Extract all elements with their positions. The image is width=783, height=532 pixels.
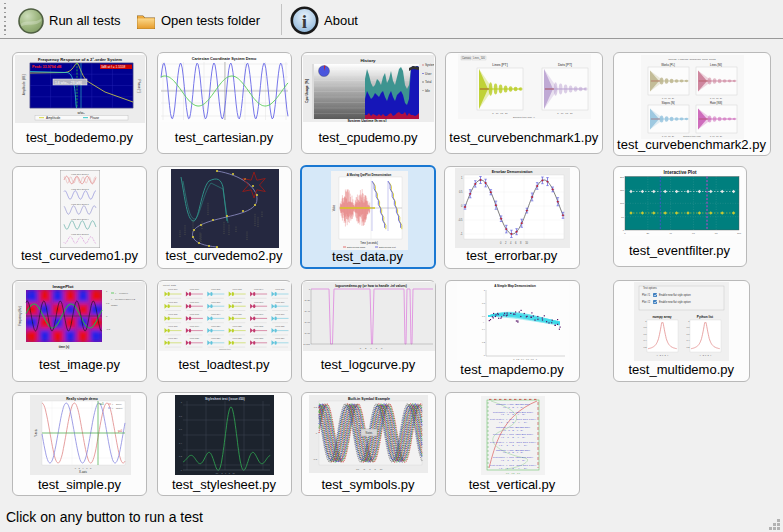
svg-text:Y-axis: Y-axis <box>34 428 38 436</box>
svg-text:Layout Tests: Layout Tests <box>163 284 177 286</box>
svg-text:y = cos(x): y = cos(x) <box>112 407 123 410</box>
svg-text:Stylesheet test (issue #50): Stylesheet test (issue #50) <box>205 397 245 401</box>
svg-text:y = 8*y*sin(x)*sin(y)**2: y = 8*y*sin(x)*sin(y)**2 <box>111 298 136 301</box>
svg-text:1e-100: 1e-100 <box>303 343 311 345</box>
svg-text:Errorbar Demonstration: Errorbar Demonstration <box>491 170 532 174</box>
svg-text:1e-80: 1e-80 <box>304 332 310 334</box>
svg-text:5 10 15 20: 5 10 15 20 <box>710 97 723 99</box>
svg-text:Lines [210]: Lines [210] <box>253 300 263 302</box>
svg-text:1e-20: 1e-20 <box>304 299 310 301</box>
svg-text:Lines [NI]: Lines [NI] <box>710 63 722 67</box>
svg-text:Lines [212]: Lines [212] <box>168 312 178 314</box>
svg-text:y = |x|*sin(x): y = |x|*sin(x) <box>115 292 128 295</box>
svg-text:Lines [224]: Lines [224] <box>168 337 178 339</box>
svg-text:200: 200 <box>620 176 625 179</box>
svg-text:Lines [218]: Lines [218] <box>168 325 178 327</box>
svg-text:Lines [217]: Lines [217] <box>275 312 285 314</box>
svg-text:150: 150 <box>620 189 625 192</box>
svg-text:[0, 1, 2, 4, 8]: [0, 1, 2, 4, 8] <box>501 459 525 462</box>
svg-text:Really simple demo: Really simple demo <box>66 397 98 401</box>
svg-text:Lines [223]: Lines [223] <box>275 325 285 327</box>
svg-text:[0, 1, 2, 4, 8]: [0, 1, 2, 4, 8] <box>499 421 527 424</box>
svg-text:Lines [209]: Lines [209] <box>232 300 242 302</box>
svg-text:Canvas: Canvas <box>462 56 471 60</box>
svg-text:Idle: Idle <box>425 88 430 92</box>
svg-text:Phase [°]: Phase [°] <box>137 79 141 92</box>
svg-text:x=5: x=5 <box>99 402 104 406</box>
svg-text:0 2 4 6 8: 0 2 4 6 8 <box>359 347 382 350</box>
svg-text:Lines [PT]: Lines [PT] <box>492 63 507 67</box>
svg-text:100: 100 <box>737 232 742 235</box>
svg-text:Peak: 33.9794 dB: Peak: 33.9794 dB <box>32 65 62 69</box>
svg-text:A Moving QwtPlot Demonstration: A Moving QwtPlot Demonstration <box>347 173 392 177</box>
svg-text:History: History <box>360 57 376 62</box>
svg-text:Lines [200]: Lines [200] <box>168 288 178 290</box>
svg-text:1e-40: 1e-40 <box>304 310 310 312</box>
svg-text:Value: Value <box>332 204 336 211</box>
svg-text:X-axis: X-axis <box>79 470 87 474</box>
svg-text:[0, 1, 2, 4, 8]: [0, 1, 2, 4, 8] <box>501 436 525 439</box>
svg-text:Time [seconds]: Time [seconds] <box>360 241 378 245</box>
svg-text:Lines [222]: Lines [222] <box>253 325 263 327</box>
svg-text:User: User <box>425 71 432 75</box>
svg-text:Amplitude [dB]: Amplitude [dB] <box>22 74 26 95</box>
svg-text:[0, 1, 2, 4, 8]: [0, 1, 2, 4, 8] <box>499 467 527 470</box>
svg-text:Lines [214]: Lines [214] <box>211 312 221 314</box>
svg-text:Elapsed time [ms] →: Elapsed time [ms] → <box>513 116 535 119</box>
svg-text:[0, 1, 2, 4, 8]: [0, 1, 2, 4, 8] <box>499 444 527 447</box>
svg-text:5 10 15 20: 5 10 15 20 <box>492 112 508 115</box>
svg-text:Lines [220]: Lines [220] <box>211 325 221 327</box>
svg-text:Rate [NS]: Rate [NS] <box>710 101 722 105</box>
svg-text:0.5: 0.5 <box>458 190 462 194</box>
svg-text:5 10 15 20: 5 10 15 20 <box>557 112 573 115</box>
svg-text:0.0 0.5 1.0: 0.0 0.5 1.0 <box>506 472 521 474</box>
svg-text:Frequency (Hz): Frequency (Hz) <box>18 306 22 325</box>
svg-text:i: i <box>302 11 307 32</box>
svg-text:-4 -2 0 2 4: -4 -2 0 2 4 <box>699 354 712 356</box>
svg-text:0 0.2 0.4 0.6 0.8 1: 0 0.2 0.4 0.6 0.8 1 <box>513 358 537 360</box>
svg-text:Lines [203]: Lines [203] <box>232 288 242 290</box>
svg-text:Lines [221]: Lines [221] <box>232 325 242 327</box>
svg-text:Lines [206]: Lines [206] <box>168 300 178 302</box>
svg-text:[0, 1, 2, 4, 8]: [0, 1, 2, 4, 8] <box>503 451 523 454</box>
svg-text:Test options: Test options <box>643 286 658 290</box>
svg-text:y = sin(x): y = sin(x) <box>112 403 122 406</box>
svg-text:A Simple Map Demonstration: A Simple Map Demonstration <box>494 284 536 288</box>
svg-text:y=0: y=0 <box>118 428 123 432</box>
svg-text:Python list: Python list <box>697 315 714 319</box>
svg-text:Works [PL]: Works [PL] <box>661 63 675 67</box>
svg-text:3dB at f = 1.5558: 3dB at f = 1.5558 <box>101 65 126 69</box>
svg-text:Lines [227]: Lines [227] <box>232 337 242 339</box>
svg-text:Lines Style Demo 3: Lines Style Demo 3 <box>71 202 89 204</box>
svg-text:Lines [204]: Lines [204] <box>253 288 263 290</box>
svg-text:-0.5: -0.5 <box>313 458 318 461</box>
svg-text:Built-in Symbol Example: Built-in Symbol Example <box>348 397 390 401</box>
svg-text:[0, 1, 2, 4, 8]: [0, 1, 2, 4, 8] <box>501 413 525 416</box>
svg-text:Dots [PT]: Dots [PT] <box>558 63 572 67</box>
svg-text:Amplitude: Amplitude <box>46 116 60 120</box>
svg-text:-10 -5 0 5 10: -10 -5 0 5 10 <box>215 472 235 474</box>
svg-text:Lines [225]: Lines [225] <box>189 337 199 339</box>
svg-text:-10 -5 0 5: -10 -5 0 5 10 <box>356 468 384 471</box>
svg-text:Canvas V-Canvas NoCanvas Li: Canvas V-Canvas NoCanvas Lines Points <box>668 58 716 61</box>
svg-text:100: 100 <box>620 202 625 205</box>
svg-text:System: System <box>425 63 434 67</box>
svg-text:Lines [205]: Lines [205] <box>275 288 285 290</box>
svg-text:Lines Style Demo 4: Lines Style Demo 4 <box>71 217 89 219</box>
svg-text:Slopes [N]: Slopes [N] <box>661 101 674 105</box>
svg-text:-0.5: -0.5 <box>106 328 111 331</box>
svg-text:1.6 w/wₙ, -23 [dB]: 1.6 w/wₙ, -23 [dB] <box>55 80 82 84</box>
svg-text:Lines [208]: Lines [208] <box>211 300 221 302</box>
svg-text:1e-60: 1e-60 <box>304 321 310 323</box>
svg-text:Plot #1: Plot #1 <box>642 293 651 297</box>
svg-text:[0, 1, 2, 4, 8]: [0, 1, 2, 4, 8] <box>503 429 523 432</box>
svg-text:Lines [213]: Lines [213] <box>189 312 199 314</box>
svg-text:Lines [211]: Lines [211] <box>275 300 285 302</box>
svg-text:Plot #2: Plot #2 <box>642 300 651 304</box>
svg-text:Enable new flat style option: Enable new flat style option <box>659 300 691 304</box>
svg-text:numpy array: numpy array <box>652 315 671 319</box>
svg-text:Lines [226]: Lines [226] <box>211 337 221 339</box>
svg-text:Enable new flat style option: Enable new flat style option <box>659 293 691 297</box>
svg-text:Lines [215]: Lines [215] <box>232 312 242 314</box>
svg-text:System Uptime [h:m:s]: System Uptime [h:m:s] <box>347 118 386 122</box>
